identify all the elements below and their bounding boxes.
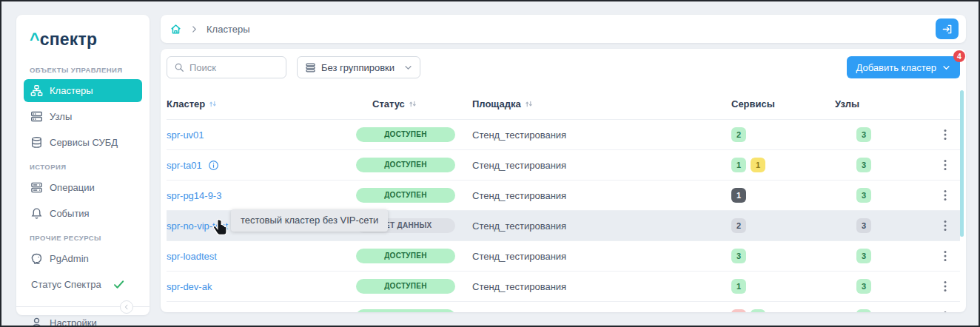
services-badges: 11 bbox=[731, 158, 835, 172]
table-header: Кластер Статус Площадка Сервисы bbox=[167, 88, 960, 119]
add-cluster-button[interactable]: Добавить кластер bbox=[847, 56, 960, 78]
sidebar-item-spektr-status[interactable]: Статус Спектра bbox=[24, 273, 142, 296]
service-count-badge: 1 bbox=[731, 188, 746, 203]
tooltip: тестовый кластер без VIP-сети bbox=[231, 209, 388, 232]
services-badges: 1 bbox=[731, 279, 835, 294]
status-badge: ДОСТУПЕН bbox=[356, 279, 455, 294]
row-actions-button[interactable] bbox=[941, 217, 950, 235]
sidebar-item-label: Кластеры bbox=[50, 85, 93, 96]
search-input[interactable] bbox=[189, 62, 279, 73]
user-icon bbox=[30, 317, 43, 327]
row-actions-button[interactable] bbox=[941, 156, 950, 174]
grouping-icon bbox=[305, 62, 316, 73]
sidebar-item-label: Узлы bbox=[50, 111, 72, 122]
sidebar-item-label: Статус Спектра bbox=[31, 279, 101, 290]
chevron-down-icon bbox=[942, 64, 950, 72]
cluster-link[interactable]: spr-dev-ak bbox=[167, 281, 212, 292]
nodes-badges: 3 bbox=[835, 188, 930, 203]
service-count-badge: 3 bbox=[731, 249, 746, 263]
cluster-link[interactable]: spr-ta01 bbox=[167, 160, 202, 171]
nodes-badges: 3 bbox=[835, 249, 930, 263]
column-header-services: Сервисы bbox=[731, 98, 835, 109]
nodes-badges: 3 bbox=[835, 279, 930, 294]
add-cluster-wrap: Добавить кластер 4 bbox=[847, 56, 960, 78]
kebab-icon bbox=[944, 129, 947, 141]
service-count-badge: 1 bbox=[751, 158, 765, 172]
table-row: spr-loadtest ДОСТУПЕН Стенд_тестирования… bbox=[167, 240, 960, 271]
services-badges: 11 bbox=[731, 309, 835, 312]
cluster-link[interactable]: spr-pg14-9-3 bbox=[167, 190, 221, 201]
pgadmin-icon bbox=[30, 252, 43, 265]
kebab-icon bbox=[944, 311, 947, 312]
nodes-badges: 3 bbox=[835, 127, 930, 142]
row-actions-button[interactable] bbox=[941, 186, 950, 204]
service-count-badge: 2 bbox=[731, 218, 746, 233]
column-header-status[interactable]: Статус bbox=[356, 98, 472, 109]
row-actions-button[interactable] bbox=[941, 308, 950, 312]
chevron-right-icon bbox=[190, 25, 198, 33]
sidebar-section-history: ИСТОРИЯ bbox=[16, 155, 150, 175]
sidebar-item-nodes[interactable]: Узлы bbox=[24, 105, 142, 128]
row-actions-button[interactable] bbox=[941, 247, 950, 265]
sort-icon-active bbox=[209, 100, 217, 108]
logo-text: спектр bbox=[40, 30, 98, 49]
sidebar-item-label: Сервисы СУБД bbox=[50, 137, 118, 148]
sidebar-item-pgadmin[interactable]: PgAdmin bbox=[24, 247, 142, 270]
site-cell: Стенд_тестирования bbox=[472, 251, 731, 262]
breadcrumb: Кластеры bbox=[170, 23, 250, 36]
node-count-badge: 3 bbox=[856, 158, 871, 172]
breadcrumb-current: Кластеры bbox=[207, 24, 250, 35]
kebab-icon bbox=[944, 280, 947, 292]
sidebar-item-operations[interactable]: Операции bbox=[24, 176, 142, 199]
kebab-icon bbox=[944, 220, 947, 232]
sidebar-divider bbox=[16, 306, 150, 307]
status-badge: ДОСТУПЕН bbox=[356, 309, 455, 312]
logo-caret: ^ bbox=[30, 30, 40, 49]
services-badges: 2 bbox=[731, 127, 835, 142]
search-box[interactable] bbox=[167, 56, 286, 78]
service-count-badge: 1 bbox=[751, 309, 765, 312]
table-row: spr-pg14-9-3 ДОСТУПЕН Стенд_тестирования… bbox=[167, 180, 960, 210]
column-label: Статус bbox=[372, 98, 405, 109]
sidebar-item-label: События bbox=[50, 208, 90, 219]
cluster-link[interactable]: spr-loadtest bbox=[167, 251, 217, 262]
grouping-select[interactable]: Без группировки bbox=[297, 56, 420, 78]
sidebar-section-objects: ОБЪЕКТЫ УПРАВЛЕНИЯ bbox=[16, 58, 150, 78]
sort-icon bbox=[525, 100, 533, 108]
row-actions-button[interactable] bbox=[941, 126, 950, 144]
service-count-badge: 2 bbox=[731, 127, 746, 142]
row-actions-button[interactable] bbox=[941, 277, 950, 295]
home-icon[interactable] bbox=[170, 23, 182, 36]
logout-button[interactable] bbox=[936, 18, 959, 39]
sidebar-item-clusters[interactable]: Кластеры bbox=[24, 79, 142, 102]
column-header-site[interactable]: Площадка bbox=[472, 98, 731, 109]
nodes-badges: 3 bbox=[835, 218, 930, 233]
sidebar-item-events[interactable]: События bbox=[24, 202, 142, 225]
bell-icon bbox=[30, 207, 43, 220]
app-logo: ^спектр bbox=[16, 22, 150, 58]
node-count-badge: 3 bbox=[856, 218, 871, 233]
service-count-badge: 1 bbox=[731, 158, 746, 172]
column-label: Сервисы bbox=[731, 98, 775, 109]
table-row: spr-uv01 ДОСТУПЕН Стенд_тестирования 2 3 bbox=[167, 119, 960, 149]
info-icon[interactable] bbox=[208, 160, 219, 171]
node-count-badge: 3 bbox=[856, 127, 871, 142]
hand-cursor-icon bbox=[209, 216, 232, 244]
cluster-link[interactable]: spr-uv01 bbox=[167, 129, 204, 141]
sidebar-item-db-services[interactable]: Сервисы СУБД bbox=[24, 131, 142, 154]
logout-icon bbox=[942, 24, 953, 35]
status-badge: ДОСТУПЕН bbox=[356, 127, 455, 142]
sidebar: ^спектр ОБЪЕКТЫ УПРАВЛЕНИЯ Кластеры Узлы… bbox=[16, 15, 150, 315]
vertical-scrollbar[interactable] bbox=[960, 90, 964, 237]
sidebar-item-settings[interactable]: Настройки bbox=[24, 311, 142, 327]
status-badge: ДОСТУПЕН bbox=[356, 188, 455, 203]
toolbar: Без группировки Добавить кластер 4 bbox=[167, 49, 960, 88]
cluster-link[interactable]: spr-da bbox=[167, 311, 194, 313]
status-badge: ДОСТУПЕН bbox=[356, 249, 455, 263]
notification-badge: 4 bbox=[953, 50, 965, 62]
node-count-badge: 3 bbox=[856, 249, 871, 263]
column-header-cluster[interactable]: Кластер bbox=[167, 98, 356, 109]
sidebar-collapse-button[interactable] bbox=[120, 300, 133, 314]
sort-icon bbox=[409, 100, 417, 108]
site-cell: Стенд_тестирования bbox=[472, 220, 731, 232]
